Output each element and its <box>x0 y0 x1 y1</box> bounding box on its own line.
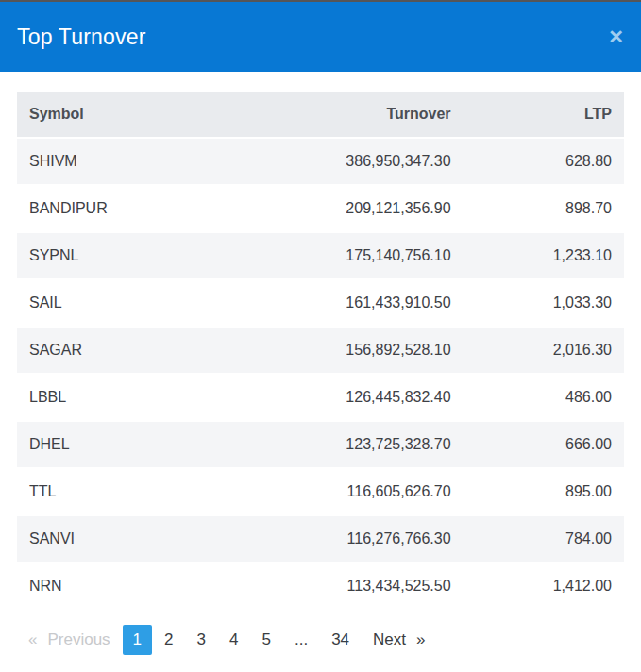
ltp-cell: 898.70 <box>464 185 624 232</box>
turnover-cell: 116,605,626.70 <box>260 468 463 515</box>
next-label: Next <box>373 630 406 649</box>
pagination-page-5[interactable]: 5 <box>250 625 281 655</box>
symbol-cell: SAIL <box>17 279 260 327</box>
table-row: TTL 116,605,626.70 895.00 <box>17 468 624 515</box>
pagination-page-34[interactable]: 34 <box>320 625 361 655</box>
table-body: SHIVM 386,950,347.30 628.80 BANDIPUR 209… <box>17 138 624 609</box>
turnover-cell: 126,445,832.40 <box>260 374 463 421</box>
symbol-cell: SYPNL <box>17 232 260 279</box>
ltp-cell: 2,016.30 <box>464 327 624 374</box>
close-icon: ✕ <box>608 26 624 47</box>
symbol-cell: NRN <box>17 563 260 609</box>
turnover-cell: 209,121,356.90 <box>260 185 463 232</box>
modal-title: Top Turnover <box>17 25 146 50</box>
table-row: SHIVM 386,950,347.30 628.80 <box>17 138 624 185</box>
column-header-turnover: Turnover <box>260 92 463 138</box>
ltp-cell: 1,233.10 <box>464 232 624 279</box>
previous-arrow-icon: « <box>28 630 37 649</box>
pagination-ellipsis: ... <box>283 625 319 655</box>
pagination-previous: « Previous <box>17 625 122 655</box>
top-turnover-modal: Top Turnover ✕ Symbol Turnover LTP SHIVM… <box>0 0 641 655</box>
turnover-cell: 386,950,347.30 <box>260 138 463 185</box>
table-header: Symbol Turnover LTP <box>17 92 624 138</box>
table-row: LBBL 126,445,832.40 486.00 <box>17 374 624 421</box>
symbol-cell: SANVI <box>17 515 260 563</box>
modal-content: Symbol Turnover LTP SHIVM 386,950,347.30… <box>0 72 641 655</box>
symbol-cell: DHEL <box>17 421 260 468</box>
symbol-cell: BANDIPUR <box>17 185 260 232</box>
turnover-cell: 116,276,766.30 <box>260 515 463 563</box>
symbol-cell: LBBL <box>17 374 260 421</box>
table-row: SYPNL 175,140,756.10 1,233.10 <box>17 232 624 279</box>
turnover-cell: 161,433,910.50 <box>260 279 463 327</box>
table-row: NRN 113,434,525.50 1,412.00 <box>17 563 624 609</box>
ltp-cell: 784.00 <box>464 515 624 563</box>
close-button[interactable]: ✕ <box>608 27 624 46</box>
table-row: BANDIPUR 209,121,356.90 898.70 <box>17 185 624 232</box>
ltp-cell: 486.00 <box>464 374 624 421</box>
symbol-cell: TTL <box>17 468 260 515</box>
ltp-cell: 628.80 <box>464 138 624 185</box>
pagination-page-1[interactable]: 1 <box>123 625 152 655</box>
ltp-cell: 666.00 <box>464 421 624 468</box>
turnover-cell: 175,140,756.10 <box>260 232 463 279</box>
table-row: SAIL 161,433,910.50 1,033.30 <box>17 279 624 327</box>
turnover-cell: 113,434,525.50 <box>260 563 463 609</box>
modal-header: Top Turnover ✕ <box>0 2 641 72</box>
pagination: « Previous 12345...34 Next » <box>17 625 624 655</box>
table-row: DHEL 123,725,328.70 666.00 <box>17 421 624 468</box>
column-header-ltp: LTP <box>464 92 624 138</box>
pagination-page-3[interactable]: 3 <box>186 625 217 655</box>
symbol-cell: SHIVM <box>17 138 260 185</box>
table-header-row: Symbol Turnover LTP <box>17 92 624 138</box>
column-header-symbol: Symbol <box>17 92 260 138</box>
table-row: SANVI 116,276,766.30 784.00 <box>17 515 624 563</box>
pagination-pages: 12345...34 <box>123 625 362 655</box>
previous-label: Previous <box>47 630 110 649</box>
turnover-cell: 123,725,328.70 <box>260 421 463 468</box>
ltp-cell: 1,412.00 <box>464 563 624 609</box>
turnover-table: Symbol Turnover LTP SHIVM 386,950,347.30… <box>17 92 624 609</box>
turnover-cell: 156,892,528.10 <box>260 327 463 374</box>
symbol-cell: SAGAR <box>17 327 260 374</box>
pagination-page-4[interactable]: 4 <box>218 625 249 655</box>
ltp-cell: 1,033.30 <box>464 279 624 327</box>
ltp-cell: 895.00 <box>464 468 624 515</box>
next-arrow-icon: » <box>416 630 425 649</box>
table-row: SAGAR 156,892,528.10 2,016.30 <box>17 327 624 374</box>
pagination-page-2[interactable]: 2 <box>153 625 184 655</box>
pagination-next[interactable]: Next » <box>362 625 436 655</box>
